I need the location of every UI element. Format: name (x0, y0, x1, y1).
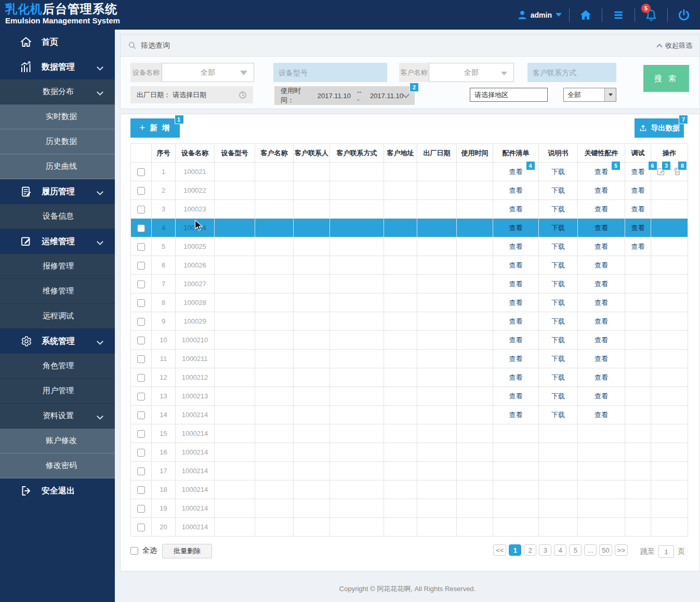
view-parts-list-link[interactable]: 查看 (509, 243, 523, 250)
view-key-parts-link[interactable]: 查看 (595, 317, 608, 325)
table-row[interactable]: 201000214 (131, 518, 688, 537)
view-parts-list-link[interactable]: 查看 (509, 205, 523, 213)
row-checkbox[interactable] (137, 299, 145, 307)
view-debug-link[interactable]: 查看 (631, 186, 645, 194)
view-key-parts-link[interactable]: 查看 (595, 336, 608, 344)
page-button-50[interactable]: 50 (599, 544, 612, 556)
view-debug-link[interactable]: 查看 (631, 205, 645, 213)
menu-button[interactable] (610, 6, 627, 24)
download-manual-link[interactable]: 下载 (551, 373, 565, 381)
view-debug-link[interactable]: 查看 (631, 243, 645, 250)
row-checkbox[interactable] (137, 411, 145, 419)
download-manual-link[interactable]: 下载 (551, 317, 565, 325)
first-page-button[interactable]: << (493, 544, 506, 556)
export-data-button[interactable]: 导出数据 7 (635, 118, 684, 138)
view-parts-list-link[interactable]: 查看 (509, 280, 523, 288)
view-parts-list-link[interactable]: 查看 (509, 317, 523, 325)
row-checkbox[interactable] (137, 224, 145, 232)
table-row[interactable]: 131000213查看下载查看 (131, 387, 688, 406)
sidebar-item-repair-report[interactable]: 报修管理 (0, 254, 115, 279)
sidebar-item-remote-debug[interactable]: 远程调试 (0, 304, 115, 329)
table-row[interactable]: 3100023查看下载查看查看 (131, 200, 688, 219)
last-page-button[interactable]: >> (615, 544, 628, 556)
row-checkbox[interactable] (137, 206, 145, 213)
table-row[interactable]: 7100027查看下载查看 (131, 275, 688, 293)
download-manual-link[interactable]: 下载 (551, 168, 565, 176)
row-checkbox[interactable] (137, 337, 145, 344)
sidebar-item-profile-settings[interactable]: 资料设置 (0, 404, 115, 429)
home-button[interactable] (577, 6, 595, 24)
page-button-1[interactable]: 1 (509, 544, 521, 556)
download-manual-link[interactable]: 下载 (551, 186, 565, 194)
view-parts-list-link[interactable]: 查看 (509, 168, 523, 176)
page-button-2[interactable]: 2 (524, 544, 536, 556)
download-manual-link[interactable]: 下载 (551, 336, 565, 344)
region-all-select[interactable]: 全部 (563, 88, 616, 102)
batch-delete-button[interactable]: 批量删除 (162, 544, 212, 558)
table-row[interactable]: 9100029查看下载查看 (131, 312, 688, 331)
view-parts-list-link[interactable]: 查看 (509, 336, 523, 344)
table-row[interactable]: 151000214 (131, 424, 688, 443)
download-manual-link[interactable]: 下载 (551, 299, 565, 306)
view-debug-link[interactable]: 查看 (631, 168, 645, 176)
view-key-parts-link[interactable]: 查看 (595, 243, 608, 250)
table-row[interactable]: 4100024查看下载查看查看 (131, 219, 688, 237)
sidebar-item-realtime-data[interactable]: 实时数据 (0, 104, 115, 129)
power-button[interactable] (675, 6, 693, 24)
row-checkbox[interactable] (137, 262, 145, 270)
view-key-parts-link[interactable]: 查看 (595, 392, 608, 400)
page-button-3[interactable]: 3 (539, 544, 551, 556)
view-key-parts-link[interactable]: 查看 (595, 186, 608, 194)
device-model-input[interactable] (273, 63, 387, 82)
download-manual-link[interactable]: 下载 (551, 205, 565, 213)
table-row[interactable]: 181000214 (131, 480, 688, 499)
search-button[interactable]: 搜 索 (643, 65, 689, 92)
sidebar-item-maintenance[interactable]: 维修管理 (0, 279, 115, 304)
download-manual-link[interactable]: 下载 (551, 261, 565, 269)
table-row[interactable]: 121000212查看下载查看 (131, 368, 688, 387)
table-row[interactable]: 141000214查看下载查看 (131, 406, 688, 424)
row-checkbox[interactable] (137, 393, 145, 400)
view-key-parts-link[interactable]: 查看 (595, 261, 608, 269)
sidebar-item-logout[interactable]: 安全退出 (0, 478, 115, 503)
view-parts-list-link[interactable]: 查看 (509, 355, 523, 363)
row-checkbox[interactable] (137, 486, 145, 494)
row-checkbox[interactable] (137, 280, 145, 288)
table-row[interactable]: 191000214 (131, 499, 688, 518)
row-checkbox[interactable] (137, 318, 145, 326)
sidebar-item-history-curve[interactable]: 历史曲线 (0, 154, 115, 179)
view-key-parts-link[interactable]: 查看 (595, 299, 608, 306)
row-checkbox[interactable] (137, 449, 145, 457)
sidebar-item-device-info[interactable]: 设备信息 (0, 204, 115, 229)
sidebar-item-data-distribution[interactable]: 数据分布 (0, 79, 115, 104)
page-button-5[interactable]: 5 (569, 544, 582, 556)
notifications-button[interactable]: 5 (642, 6, 660, 24)
view-key-parts-link[interactable]: 查看 (595, 205, 608, 213)
add-button[interactable]: + 新 增 1 (130, 118, 180, 138)
row-checkbox[interactable] (137, 243, 145, 251)
edit-button[interactable]: 3 (657, 167, 666, 176)
view-parts-list-link[interactable]: 查看 (509, 224, 523, 232)
page-ellipsis[interactable]: ... (584, 544, 597, 556)
view-parts-list-link[interactable]: 查看 (509, 299, 523, 306)
sidebar-item-user-management[interactable]: 用户管理 (0, 379, 115, 404)
factory-date-picker[interactable]: 出厂日期： 请选择日期 (130, 86, 253, 103)
download-manual-link[interactable]: 下载 (551, 224, 565, 232)
user-menu[interactable]: admin (517, 9, 562, 21)
sidebar-item-account-modify[interactable]: 账户修改 (0, 429, 115, 453)
table-row[interactable]: 6100026查看下载查看 (131, 256, 688, 275)
view-key-parts-link[interactable]: 查看 (595, 224, 608, 232)
view-key-parts-link[interactable]: 查看 (595, 168, 608, 176)
row-checkbox[interactable] (137, 355, 145, 363)
row-checkbox[interactable] (137, 187, 145, 195)
view-key-parts-link[interactable]: 查看 (595, 373, 608, 381)
view-parts-list-link[interactable]: 查看 (509, 261, 523, 269)
view-key-parts-link[interactable]: 查看 (595, 411, 608, 419)
table-row[interactable]: 161000214 (131, 443, 688, 462)
view-parts-list-link[interactable]: 查看 (509, 186, 523, 194)
table-row[interactable]: 8100028查看下载查看 (131, 293, 688, 312)
delete-button[interactable]: 8 (673, 167, 682, 176)
sidebar-item-role-management[interactable]: 角色管理 (0, 354, 115, 379)
sidebar-item-data-management[interactable]: 数据管理 (0, 55, 115, 79)
view-debug-link[interactable]: 查看 (631, 224, 645, 232)
